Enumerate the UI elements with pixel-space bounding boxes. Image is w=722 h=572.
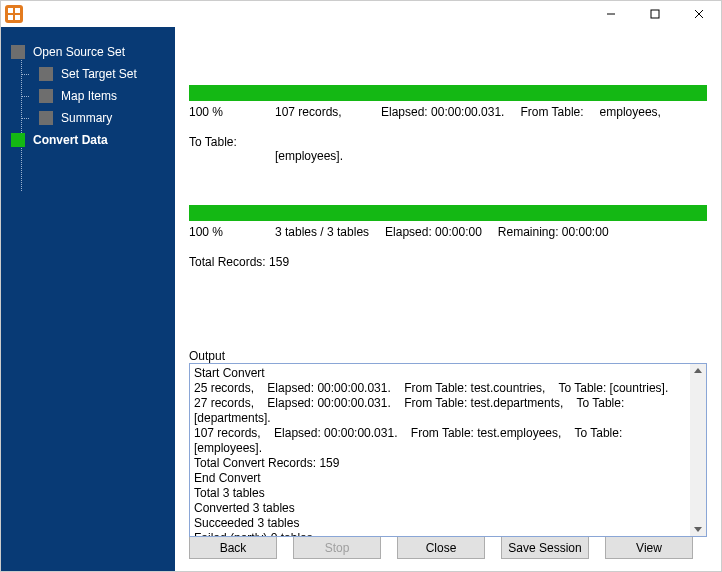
progress-elapsed: Elapsed: 00:00:00.031. bbox=[381, 105, 504, 119]
progress-from-label: From Table: bbox=[520, 105, 583, 119]
close-window-button[interactable] bbox=[677, 1, 721, 27]
progress-total: Total Records: 159 bbox=[189, 255, 289, 269]
step-box-icon bbox=[39, 89, 53, 103]
progress-records: 107 records, bbox=[275, 105, 365, 119]
svg-rect-1 bbox=[15, 8, 20, 13]
step-map-items[interactable]: Map Items bbox=[39, 89, 167, 103]
step-label: Summary bbox=[61, 111, 112, 125]
step-box-icon bbox=[11, 45, 25, 59]
svg-rect-0 bbox=[8, 8, 13, 13]
close-button[interactable]: Close bbox=[397, 536, 485, 559]
maximize-button[interactable] bbox=[633, 1, 677, 27]
step-box-icon bbox=[39, 111, 53, 125]
step-convert-data[interactable]: Convert Data bbox=[11, 133, 167, 147]
view-button[interactable]: View bbox=[605, 536, 693, 559]
title-bar bbox=[1, 1, 721, 27]
minimize-button[interactable] bbox=[589, 1, 633, 27]
step-label: Open Source Set bbox=[33, 45, 125, 59]
output-textarea[interactable]: Start Convert 25 records, Elapsed: 00:00… bbox=[189, 363, 707, 537]
step-summary[interactable]: Summary bbox=[39, 111, 167, 125]
back-button[interactable]: Back bbox=[189, 536, 277, 559]
step-set-target-set[interactable]: Set Target Set bbox=[39, 67, 167, 81]
progress-percent: 100 % bbox=[189, 225, 259, 239]
svg-rect-3 bbox=[15, 15, 20, 20]
scroll-up-icon[interactable] bbox=[694, 368, 702, 373]
main-panel: 100 % 107 records, Elapsed: 00:00:00.031… bbox=[175, 27, 721, 571]
stop-button[interactable]: Stop bbox=[293, 536, 381, 559]
step-box-icon bbox=[11, 133, 25, 147]
table-progress: 100 % 3 tables / 3 tables Elapsed: 00:00… bbox=[189, 205, 707, 269]
record-progress: 100 % 107 records, Elapsed: 00:00:00.031… bbox=[189, 85, 707, 163]
scroll-down-icon[interactable] bbox=[694, 527, 702, 532]
progress-to-value: [employees]. bbox=[275, 149, 343, 163]
app-icon bbox=[5, 5, 23, 23]
progress-bar bbox=[189, 85, 707, 101]
scrollbar[interactable] bbox=[690, 364, 706, 536]
progress-from-value: employees, bbox=[600, 105, 661, 119]
step-label: Set Target Set bbox=[61, 67, 137, 81]
step-open-source-set[interactable]: Open Source Set bbox=[11, 45, 167, 59]
output-label: Output bbox=[189, 349, 707, 363]
progress-to-label: To Table: bbox=[189, 135, 237, 149]
progress-remaining: Remaining: 00:00:00 bbox=[498, 225, 609, 239]
progress-elapsed: Elapsed: 00:00:00 bbox=[385, 225, 482, 239]
wizard-steps-sidebar: Open Source Set Set Target Set Map Items… bbox=[1, 27, 175, 571]
step-label: Map Items bbox=[61, 89, 117, 103]
step-label: Convert Data bbox=[33, 133, 108, 147]
progress-tables: 3 tables / 3 tables bbox=[275, 225, 369, 239]
svg-rect-5 bbox=[651, 10, 659, 18]
progress-percent: 100 % bbox=[189, 105, 259, 119]
progress-bar bbox=[189, 205, 707, 221]
svg-rect-2 bbox=[8, 15, 13, 20]
step-box-icon bbox=[39, 67, 53, 81]
save-session-button[interactable]: Save Session bbox=[501, 536, 589, 559]
